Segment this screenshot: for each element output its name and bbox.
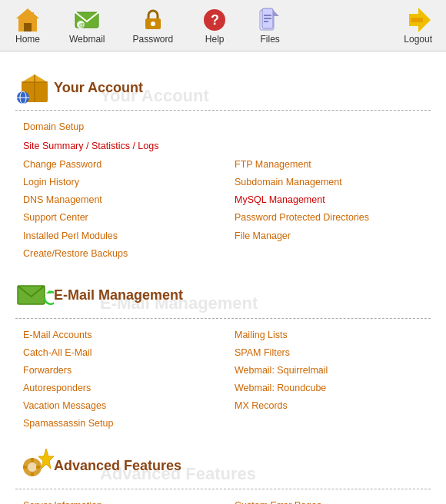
- home-icon: [14, 6, 42, 34]
- webmail-icon: @: [73, 6, 101, 34]
- nav-webmail[interactable]: @ Webmail: [55, 3, 118, 48]
- svg-rect-31: [31, 458, 34, 462]
- email-management-links: E-Mail Accounts Catch-All E-Mail Forward…: [15, 327, 431, 433]
- email-management-divider: [15, 318, 431, 319]
- svg-rect-2: [30, 12, 34, 17]
- domain-setup-link[interactable]: Domain Setup: [15, 118, 431, 136]
- nav-help-label: Help: [205, 34, 225, 45]
- file-manager-link[interactable]: File Manager: [235, 227, 431, 245]
- email-management-icon: [15, 277, 54, 315]
- advanced-left-col: Server Information SSL Certificates Cron…: [23, 497, 219, 505]
- email-right-col: Mailing Lists SPAM Filters Webmail: Squi…: [235, 327, 431, 433]
- email-management-header: E-Mail Management E-Mail Management: [15, 277, 431, 315]
- svg-rect-32: [31, 472, 34, 476]
- svg-point-8: [151, 22, 155, 26]
- advanced-features-title: Advanced Features: [54, 458, 181, 473]
- password-icon: [139, 6, 167, 34]
- svg-text:@: @: [79, 22, 85, 28]
- your-account-divider: [15, 110, 431, 111]
- svg-rect-1: [24, 23, 32, 32]
- nav-logout[interactable]: Logout: [390, 3, 446, 48]
- svg-rect-34: [23, 466, 27, 469]
- login-history-link[interactable]: Login History: [23, 174, 219, 191]
- create-restore-backups-link[interactable]: Create/Restore Backups: [23, 245, 219, 263]
- ftp-management-link[interactable]: FTP Management: [235, 156, 431, 174]
- email-left-col: E-Mail Accounts Catch-All E-Mail Forward…: [23, 327, 219, 433]
- nav-files-label: Files: [260, 34, 279, 45]
- installed-perl-modules-link[interactable]: Installed Perl Modules: [23, 227, 219, 245]
- spam-filters-link[interactable]: SPAM Filters: [235, 344, 431, 362]
- site-summary-link[interactable]: Site Summary / Statistics / Logs: [15, 138, 431, 155]
- dns-management-link[interactable]: DNS Management: [23, 191, 219, 209]
- svg-rect-18: [411, 18, 423, 22]
- support-center-link[interactable]: Support Center: [23, 209, 219, 227]
- nav-webmail-label: Webmail: [69, 34, 105, 45]
- spamassassin-setup-link[interactable]: Spamassassin Setup: [23, 415, 219, 433]
- your-account-title: Your Account: [54, 80, 143, 95]
- advanced-features-links: Server Information SSL Certificates Cron…: [15, 497, 431, 505]
- catch-all-email-link[interactable]: Catch-All E-Mail: [23, 344, 219, 362]
- your-account-left-col: Change Password Login History DNS Manage…: [23, 156, 219, 263]
- webmail-roundcube-link[interactable]: Webmail: Roundcube: [235, 380, 431, 397]
- vacation-messages-link[interactable]: Vacation Messages: [23, 397, 219, 415]
- logout-icon: [404, 6, 432, 34]
- your-account-icon: [15, 68, 54, 107]
- mailing-lists-link[interactable]: Mailing Lists: [235, 327, 431, 344]
- advanced-right-col: Custom Error Pages phpMyAdmin Site Redir…: [235, 497, 431, 505]
- svg-rect-33: [36, 466, 40, 469]
- password-protected-directories-link[interactable]: Password Protected Directories: [235, 209, 431, 227]
- your-account-header: Your Account Your Account: [15, 68, 431, 107]
- mx-records-link[interactable]: MX Records: [235, 397, 431, 415]
- email-accounts-link[interactable]: E-Mail Accounts: [23, 327, 219, 344]
- advanced-features-divider: [15, 489, 431, 489]
- nav-home[interactable]: Home: [0, 3, 55, 48]
- nav-help[interactable]: ? Help: [187, 3, 242, 48]
- server-information-link[interactable]: Server Information: [23, 497, 219, 505]
- subdomain-management-link[interactable]: Subdomain Management: [235, 174, 431, 191]
- webmail-squirrelmail-link[interactable]: Webmail: Squirrelmail: [235, 362, 431, 380]
- files-icon: [256, 6, 284, 34]
- nav-password[interactable]: Password: [118, 3, 187, 48]
- custom-error-pages-link[interactable]: Custom Error Pages: [235, 497, 431, 505]
- forwarders-link[interactable]: Forwarders: [23, 362, 219, 380]
- svg-text:?: ?: [211, 12, 219, 28]
- nav-logout-label: Logout: [404, 34, 432, 45]
- nav-password-label: Password: [132, 34, 173, 45]
- help-icon: ?: [201, 6, 228, 34]
- nav-home-label: Home: [15, 34, 40, 45]
- advanced-features-icon: [15, 447, 54, 486]
- mysql-management-link[interactable]: MySQL Management: [235, 191, 431, 209]
- svg-point-30: [28, 463, 37, 472]
- your-account-right-col: FTP Management Subdomain Management MySQ…: [235, 156, 431, 263]
- email-management-title: E-Mail Management: [54, 287, 183, 303]
- change-password-link[interactable]: Change Password: [23, 156, 219, 174]
- autoresponders-link[interactable]: Autoresponders: [23, 380, 219, 397]
- page-content: Your Account Your Account Domain Setup S…: [0, 51, 446, 504]
- top-navigation: Home @ Webmail Password ? Help: [0, 0, 446, 51]
- nav-files[interactable]: Files: [242, 3, 298, 48]
- your-account-links: Change Password Login History DNS Manage…: [15, 156, 431, 263]
- advanced-features-header: Advanced Features Advanced Features: [15, 447, 431, 486]
